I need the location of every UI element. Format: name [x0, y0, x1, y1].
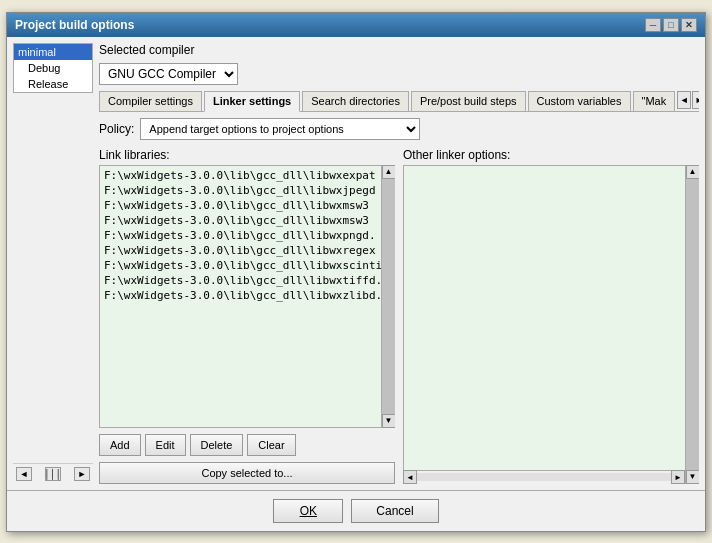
left-listbox[interactable]: F:\wxWidgets-3.0.0\lib\gcc_dll\libwxexpa… — [99, 165, 395, 428]
right-horizontal-scrollbar: ◄ ► — [403, 470, 685, 484]
left-panel-label: Link libraries: — [99, 148, 395, 162]
sidebar-scroll-right[interactable]: ► — [74, 467, 90, 481]
clear-button[interactable]: Clear — [247, 434, 295, 456]
right-vertical-scrollbar: ▲ ▼ — [685, 165, 699, 484]
scroll-up-button[interactable]: ▲ — [382, 165, 396, 179]
tab-prev-button[interactable]: ◄ — [677, 91, 691, 109]
title-bar-buttons: ─ □ ✕ — [645, 18, 697, 32]
sidebar-item-minimal[interactable]: minimal — [14, 44, 92, 60]
close-button[interactable]: ✕ — [681, 18, 697, 32]
compiler-select-wrapper: GNU GCC Compiler — [99, 63, 699, 85]
right-scroll-thumb[interactable] — [686, 179, 699, 470]
list-item[interactable]: F:\wxWidgets-3.0.0\lib\gcc_dll\libwxzlib… — [102, 288, 378, 303]
copy-selected-button[interactable]: Copy selected to... — [99, 462, 395, 484]
tab-linker-settings[interactable]: Linker settings — [204, 91, 300, 112]
left-scrollbar: ▲ ▼ — [381, 165, 395, 428]
policy-row: Policy: Append target options to project… — [99, 118, 699, 140]
ok-button[interactable]: OK — [273, 499, 343, 523]
compiler-label: Selected compiler — [99, 43, 194, 57]
scroll-thumb[interactable] — [382, 179, 395, 414]
sidebar-bottom: ◄ │││ ► — [13, 463, 93, 484]
list-item[interactable]: F:\wxWidgets-3.0.0\lib\gcc_dll\libwxscin… — [102, 258, 378, 273]
tab-pre-post-build[interactable]: Pre/post build steps — [411, 91, 526, 111]
left-panel: Link libraries: F:\wxWidgets-3.0.0\lib\g… — [99, 148, 395, 484]
right-scroll-up-button[interactable]: ▲ — [686, 165, 700, 179]
list-item[interactable]: F:\wxWidgets-3.0.0\lib\gcc_dll\libwxmsw3 — [102, 198, 378, 213]
right-panel: Other linker options: ▲ ▼ ◄ ► — [403, 148, 699, 484]
sidebar-item-debug[interactable]: Debug — [14, 60, 92, 76]
window-body: minimal Debug Release ◄ │││ ► Selected c… — [7, 37, 705, 490]
main-window: Project build options ─ □ ✕ minimal Debu… — [6, 12, 706, 532]
tab-nav-buttons: ◄ ► — [677, 91, 699, 111]
tabs-bar: Compiler settings Linker settings Search… — [99, 91, 699, 112]
left-listbox-wrapper: F:\wxWidgets-3.0.0\lib\gcc_dll\libwxexpa… — [99, 165, 395, 428]
cancel-button[interactable]: Cancel — [351, 499, 438, 523]
maximize-button[interactable]: □ — [663, 18, 679, 32]
title-bar: Project build options ─ □ ✕ — [7, 13, 705, 37]
sidebar-scroll-indicator: │││ — [45, 467, 61, 481]
window-footer: OK Cancel — [7, 490, 705, 531]
sidebar-scroll-left[interactable]: ◄ — [16, 467, 32, 481]
delete-button[interactable]: Delete — [190, 434, 244, 456]
list-item[interactable]: F:\wxWidgets-3.0.0\lib\gcc_dll\libwxtiff… — [102, 273, 378, 288]
sidebar-item-release[interactable]: Release — [14, 76, 92, 92]
sidebar-wrapper: minimal Debug Release ◄ │││ ► — [13, 43, 93, 484]
edit-button[interactable]: Edit — [145, 434, 186, 456]
compiler-section: Selected compiler — [99, 43, 699, 57]
right-listbox[interactable] — [403, 165, 699, 484]
list-item[interactable]: F:\wxWidgets-3.0.0\lib\gcc_dll\libwxjpeg… — [102, 183, 378, 198]
right-panel-label: Other linker options: — [403, 148, 699, 162]
list-item[interactable]: F:\wxWidgets-3.0.0\lib\gcc_dll\libwxmsw3 — [102, 213, 378, 228]
right-scroll-down-button[interactable]: ▼ — [686, 470, 700, 484]
tab-custom-variables[interactable]: Custom variables — [528, 91, 631, 111]
panels-area: Link libraries: F:\wxWidgets-3.0.0\lib\g… — [99, 148, 699, 484]
main-content: Selected compiler GNU GCC Compiler Compi… — [99, 43, 699, 484]
policy-label: Policy: — [99, 122, 134, 136]
right-scroll-left-button[interactable]: ◄ — [403, 470, 417, 484]
policy-select[interactable]: Append target options to project options — [140, 118, 420, 140]
compiler-select[interactable]: GNU GCC Compiler — [99, 63, 238, 85]
tab-compiler-settings[interactable]: Compiler settings — [99, 91, 202, 111]
right-h-scroll-track[interactable] — [417, 473, 671, 481]
window-title: Project build options — [15, 18, 134, 32]
sidebar: minimal Debug Release — [13, 43, 93, 93]
list-item[interactable]: F:\wxWidgets-3.0.0\lib\gcc_dll\libwxrege… — [102, 243, 378, 258]
add-button[interactable]: Add — [99, 434, 141, 456]
list-action-buttons: Add Edit Delete Clear — [99, 434, 395, 456]
minimize-button[interactable]: ─ — [645, 18, 661, 32]
list-item[interactable]: F:\wxWidgets-3.0.0\lib\gcc_dll\libwxpngd… — [102, 228, 378, 243]
tab-mak[interactable]: "Mak — [633, 91, 676, 111]
right-scroll-right-button[interactable]: ► — [671, 470, 685, 484]
scroll-down-button[interactable]: ▼ — [382, 414, 396, 428]
right-listbox-wrapper: ▲ ▼ ◄ ► — [403, 165, 699, 484]
tab-next-button[interactable]: ► — [692, 91, 699, 109]
list-item[interactable]: F:\wxWidgets-3.0.0\lib\gcc_dll\libwxexpa… — [102, 168, 378, 183]
tab-search-directories[interactable]: Search directories — [302, 91, 409, 111]
